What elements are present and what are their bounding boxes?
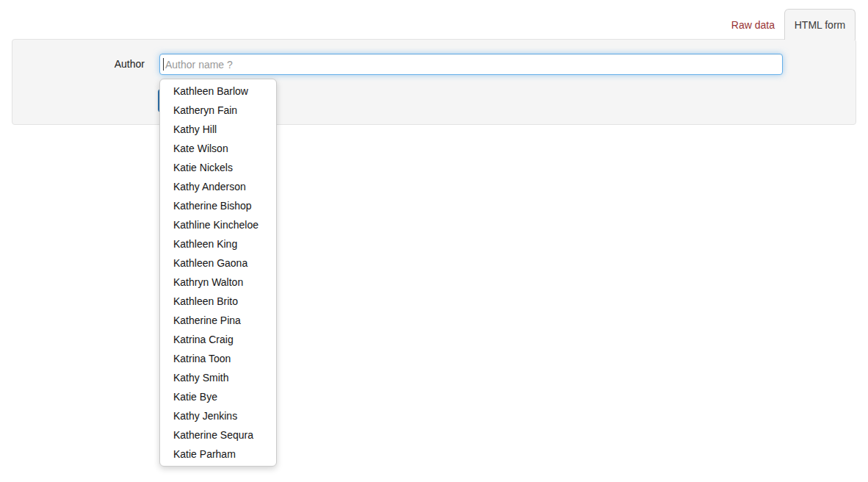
autocomplete-item[interactable]: Katherine Bishop (160, 196, 276, 215)
autocomplete-item[interactable]: Katie Nickels (160, 158, 276, 177)
tab-raw-data[interactable]: Raw data (731, 19, 775, 31)
autocomplete-item[interactable]: Kathryn Walton (160, 273, 276, 292)
autocomplete-item[interactable]: Kate Wilson (160, 139, 276, 158)
autocomplete-dropdown: Kathleen BarlowKatheryn FainKathy HillKa… (159, 79, 277, 467)
autocomplete-item[interactable]: Kathy Hill (160, 120, 276, 139)
form-panel (12, 39, 856, 125)
author-label: Author (15, 59, 145, 70)
autocomplete-item[interactable]: Katie Bye (160, 387, 276, 406)
tab-html-form[interactable]: HTML form (784, 9, 856, 40)
page: Raw data HTML form Author Kathleen Barlo… (0, 0, 868, 482)
autocomplete-item[interactable]: Katrina Craig (160, 330, 276, 349)
autocomplete-item[interactable]: Kathy Smith (160, 368, 276, 387)
autocomplete-item[interactable]: Kathleen King (160, 234, 276, 253)
author-input[interactable] (159, 54, 783, 75)
autocomplete-item[interactable]: Katheryn Fain (160, 101, 276, 120)
autocomplete-item[interactable]: Kathleen Gaona (160, 253, 276, 273)
autocomplete-item[interactable]: Kathleen Barlow (160, 82, 276, 101)
text-caret (163, 58, 164, 71)
autocomplete-item[interactable]: Katherine Pina (160, 311, 276, 330)
autocomplete-item[interactable]: Kathline Kincheloe (160, 215, 276, 234)
autocomplete-item[interactable]: Kathy Anderson (160, 177, 276, 196)
autocomplete-item[interactable]: Katie Parham (160, 445, 276, 464)
autocomplete-item[interactable]: Katrina Toon (160, 349, 276, 368)
autocomplete-item[interactable]: Katherine Sequra (160, 425, 276, 445)
autocomplete-item[interactable]: Kathy Jenkins (160, 406, 276, 425)
autocomplete-item[interactable]: Kathleen Brito (160, 292, 276, 311)
tab-html-form-label: HTML form (795, 19, 845, 31)
